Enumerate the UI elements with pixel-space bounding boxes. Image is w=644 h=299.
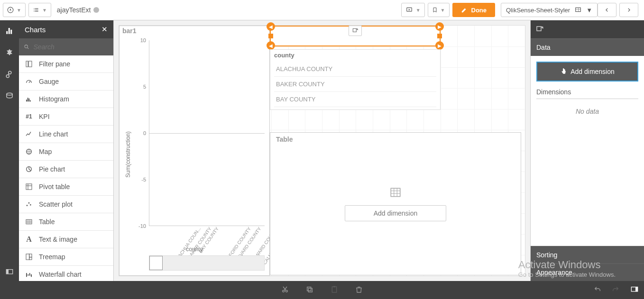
asset-item-line-chart[interactable]: Line chart xyxy=(19,126,113,143)
histogram-icon xyxy=(25,95,33,103)
asset-item-text-image[interactable]: AText & image xyxy=(19,231,113,248)
asset-item-scatter-plot[interactable]: Scatter plot xyxy=(19,196,113,213)
bar-chart-object[interactable]: bar1 Sum(construction) 1050-5-10 ALACHUA… xyxy=(119,26,270,276)
sheet-selector[interactable]: QlikSense-Sheet-Styler ▼ xyxy=(501,3,598,17)
close-icon[interactable]: ✕ xyxy=(101,25,108,34)
asset-item-gauge[interactable]: Gauge xyxy=(19,73,113,91)
asset-item-kpi[interactable]: #1KPI xyxy=(19,108,113,126)
nav-compass-button[interactable]: ▼ xyxy=(3,3,26,17)
object-float-toggle[interactable] xyxy=(349,26,362,36)
scroll-thumb[interactable] xyxy=(149,256,163,270)
resize-handle-nw[interactable]: ◀ xyxy=(267,22,275,31)
map-icon xyxy=(25,148,33,155)
svg-rect-25 xyxy=(308,288,312,292)
asset-list: Filter pane Gauge Histogram #1KPI Line c… xyxy=(19,55,113,281)
kpi-icon: #1 xyxy=(25,113,33,120)
panel-toggle-button[interactable] xyxy=(0,263,19,281)
redo-button[interactable] xyxy=(612,286,619,295)
chevron-right-icon xyxy=(626,7,631,13)
selected-object[interactable]: ◀ ▶ ◀ ▶ xyxy=(270,26,441,46)
caret-icon: ▼ xyxy=(586,7,592,14)
cut-button[interactable] xyxy=(281,286,289,295)
charts-tab-icon[interactable] xyxy=(4,25,15,36)
caret-icon: ▼ xyxy=(416,8,421,13)
svg-rect-18 xyxy=(391,188,400,196)
asset-item-waterfall[interactable]: Waterfall chart xyxy=(19,266,113,281)
asset-item-histogram[interactable]: Histogram xyxy=(19,91,113,108)
asset-item-label: Histogram xyxy=(39,95,69,103)
no-data-label: No data xyxy=(536,99,638,124)
status-dot-icon xyxy=(93,7,99,13)
add-dimension-button[interactable]: Add dimension xyxy=(345,205,447,221)
bottom-toolbar xyxy=(0,281,644,299)
svg-rect-21 xyxy=(6,270,9,274)
resize-handle-w[interactable] xyxy=(268,34,273,38)
x-axis-label: county xyxy=(186,246,202,253)
svg-rect-29 xyxy=(635,287,638,291)
waterfall-icon xyxy=(25,271,33,278)
expand-icon[interactable] xyxy=(535,25,544,34)
data-section[interactable]: Data xyxy=(531,38,644,56)
filter-item[interactable]: BAY COUNTY xyxy=(274,92,436,107)
table-placeholder-icon xyxy=(389,186,402,199)
svg-rect-17 xyxy=(353,28,356,32)
asset-item-pivot-table[interactable]: Pivot table xyxy=(19,178,113,196)
svg-rect-19 xyxy=(537,27,541,31)
sheet-icon xyxy=(575,7,581,13)
asset-item-treemap[interactable]: Treemap xyxy=(19,248,113,266)
add-dimension-panel-button[interactable]: Add dimension xyxy=(536,62,638,82)
bookmark-button[interactable]: ▼ xyxy=(428,3,450,17)
svg-point-4 xyxy=(25,45,28,48)
resize-handle-sw[interactable]: ◀ xyxy=(267,41,275,50)
resize-handle-e[interactable] xyxy=(437,34,442,38)
sheet-canvas[interactable]: bar1 Sum(construction) 1050-5-10 ALACHUA… xyxy=(114,20,530,281)
resize-handle-ne[interactable]: ▶ xyxy=(435,22,444,31)
prev-sheet-button[interactable] xyxy=(598,3,616,17)
sheet-name: QlikSense-Sheet-Styler xyxy=(506,7,570,14)
search-input[interactable] xyxy=(33,43,109,51)
undo-button[interactable] xyxy=(594,286,601,295)
next-sheet-button[interactable] xyxy=(619,3,638,17)
asset-item-filter-pane[interactable]: Filter pane xyxy=(19,55,113,73)
chart-scrollbar[interactable] xyxy=(149,255,265,271)
cursor-hand-icon xyxy=(560,67,568,76)
asset-item-label: Pie chart xyxy=(39,165,65,173)
copy-button[interactable] xyxy=(306,286,313,295)
asset-item-map[interactable]: Map xyxy=(19,143,113,161)
asset-item-pie-chart[interactable]: Pie chart xyxy=(19,161,113,178)
main-area: Charts ✕ Filter pane Gauge Histogram #1K… xyxy=(0,20,644,281)
done-button[interactable]: Done xyxy=(452,3,496,17)
fields-tab-icon[interactable] xyxy=(4,91,15,102)
asset-item-label: Table xyxy=(39,218,55,226)
property-panel-header xyxy=(531,20,644,38)
treemap-icon xyxy=(25,253,33,261)
plot-area xyxy=(149,40,265,226)
caret-icon: ▼ xyxy=(17,8,21,13)
paste-button[interactable] xyxy=(331,286,338,295)
filter-pane-icon xyxy=(25,60,33,68)
master-items-tab-icon[interactable] xyxy=(4,69,15,80)
nav-list-button[interactable]: ▼ xyxy=(28,3,51,17)
app-title-text: ajayTestExt xyxy=(57,6,91,14)
property-panel: Data Add dimension Dimensions No data So… xyxy=(530,20,644,281)
panel-right-toggle[interactable] xyxy=(630,286,639,295)
table-object[interactable]: Table Add dimension xyxy=(270,132,521,275)
filter-item[interactable]: ALACHUA COUNTY xyxy=(274,62,436,77)
svg-rect-27 xyxy=(333,286,335,287)
asset-item-table[interactable]: Table xyxy=(19,213,113,231)
svg-point-11 xyxy=(28,202,30,204)
asset-search[interactable] xyxy=(19,38,113,55)
chevron-left-icon xyxy=(605,7,609,13)
appearance-section[interactable]: Appearance xyxy=(531,263,644,281)
sorting-section[interactable]: Sorting xyxy=(531,246,644,263)
resize-handle-se[interactable]: ▶ xyxy=(435,41,444,50)
asset-item-label: KPI xyxy=(39,113,50,120)
grid-background: bar1 Sum(construction) 1050-5-10 ALACHUA… xyxy=(119,25,525,276)
filter-item[interactable]: BAKER COUNTY xyxy=(274,77,436,92)
story-button[interactable]: ▼ xyxy=(401,3,425,17)
filter-pane-object[interactable]: county ALACHUA COUNTYBAKER COUNTYBAY COU… xyxy=(270,49,441,110)
dimensions-header: Dimensions xyxy=(536,88,638,99)
delete-button[interactable] xyxy=(355,286,363,295)
asset-item-label: Pivot table xyxy=(39,183,70,190)
custom-objects-tab-icon[interactable] xyxy=(4,47,15,58)
